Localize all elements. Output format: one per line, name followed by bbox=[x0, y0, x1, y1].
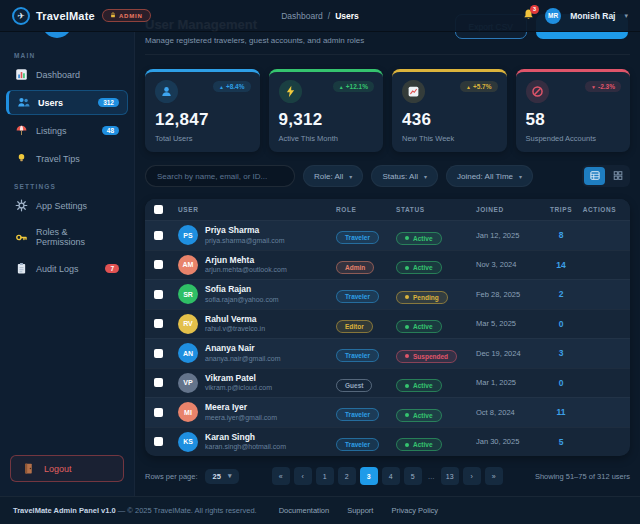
trash-icon[interactable] bbox=[618, 348, 629, 359]
page-ellipsis: … bbox=[426, 473, 437, 480]
edit-icon[interactable] bbox=[578, 230, 589, 241]
user-full-name: Priya Sharma bbox=[205, 225, 284, 235]
page-button-2[interactable]: 2 bbox=[338, 467, 356, 485]
breadcrumb-dashboard[interactable]: Dashboard bbox=[281, 11, 323, 21]
status-dot bbox=[405, 236, 409, 240]
sidebar-item-dashboard[interactable]: Dashboard bbox=[6, 62, 128, 87]
page-nav-button[interactable]: ‹ bbox=[294, 467, 312, 485]
footer-link-support[interactable]: Support bbox=[347, 506, 373, 515]
footer-link-documentation[interactable]: Documentation bbox=[279, 506, 329, 515]
row-checkbox[interactable] bbox=[154, 319, 163, 328]
ban-icon[interactable] bbox=[598, 230, 609, 241]
trend-arrow-icon: ▲ bbox=[339, 84, 344, 90]
breadcrumb-separator: / bbox=[328, 11, 330, 21]
trash-icon[interactable] bbox=[618, 377, 629, 388]
page-button-5[interactable]: 5 bbox=[404, 467, 422, 485]
column-header-role: ROLE bbox=[336, 206, 396, 213]
select-all-checkbox[interactable] bbox=[154, 205, 163, 214]
stat-value: 58 bbox=[526, 110, 621, 130]
trips-count[interactable]: 14 bbox=[544, 260, 578, 270]
ban-icon[interactable] bbox=[598, 348, 609, 359]
users-icon bbox=[17, 96, 30, 109]
status-filter-dropdown[interactable]: Status: All ▾ bbox=[371, 165, 438, 187]
page-button-4[interactable]: 4 bbox=[382, 467, 400, 485]
trips-count[interactable]: 3 bbox=[544, 348, 578, 358]
edit-icon[interactable] bbox=[578, 289, 589, 300]
chevron-down-icon: ▾ bbox=[424, 173, 427, 180]
page-nav-button[interactable]: › bbox=[463, 467, 481, 485]
row-actions bbox=[578, 318, 629, 329]
page-button-13[interactable]: 13 bbox=[441, 467, 459, 485]
rows-per-page-select[interactable]: 25 ▾ bbox=[205, 469, 240, 484]
rows-per-page-label: Rows per page: bbox=[145, 472, 198, 481]
sidebar-item-travel-tips[interactable]: Travel Tips bbox=[6, 146, 128, 171]
ban-icon[interactable] bbox=[598, 289, 609, 300]
trash-icon[interactable] bbox=[618, 318, 629, 329]
edit-icon[interactable] bbox=[578, 348, 589, 359]
trash-icon[interactable] bbox=[618, 289, 629, 300]
sidebar-item-listings[interactable]: Listings 48 bbox=[6, 118, 128, 143]
ban-icon[interactable] bbox=[598, 436, 609, 447]
table-row: KS Karan Singh karan.singh@hotmail.com T… bbox=[145, 427, 630, 457]
breadcrumb-users: Users bbox=[335, 11, 359, 21]
row-checkbox[interactable] bbox=[154, 378, 163, 387]
sidebar-item-app-settings[interactable]: App Settings bbox=[6, 193, 128, 218]
admin-badge-label: ADMIN bbox=[119, 13, 143, 19]
avatar: RV bbox=[178, 314, 198, 334]
trips-count[interactable]: 0 bbox=[544, 378, 578, 388]
grid-view-button[interactable] bbox=[607, 167, 628, 185]
row-checkbox[interactable] bbox=[154, 290, 163, 299]
ban-icon[interactable] bbox=[598, 259, 609, 270]
stat-delta-badge: ▼ -2.3% bbox=[585, 81, 621, 92]
logout-button[interactable]: Logout bbox=[10, 455, 124, 482]
footer-link-privacy-policy[interactable]: Privacy Policy bbox=[391, 506, 438, 515]
row-checkbox[interactable] bbox=[154, 408, 163, 417]
row-checkbox[interactable] bbox=[154, 349, 163, 358]
user-avatar[interactable]: MR bbox=[545, 8, 561, 24]
edit-icon[interactable] bbox=[578, 377, 589, 388]
edit-icon[interactable] bbox=[578, 318, 589, 329]
trips-count[interactable]: 0 bbox=[544, 319, 578, 329]
grid-view-icon bbox=[612, 167, 624, 185]
trash-icon[interactable] bbox=[618, 259, 629, 270]
ban-icon[interactable] bbox=[598, 318, 609, 329]
row-checkbox[interactable] bbox=[154, 231, 163, 240]
row-checkbox[interactable] bbox=[154, 437, 163, 446]
trash-icon[interactable] bbox=[618, 407, 629, 418]
sidebar-item-users[interactable]: Users 312 bbox=[6, 90, 128, 115]
trips-count[interactable]: 2 bbox=[544, 289, 578, 299]
page-buttons: «‹12345…13›» bbox=[272, 467, 503, 485]
trash-icon[interactable] bbox=[618, 436, 629, 447]
edit-icon[interactable] bbox=[578, 407, 589, 418]
edit-icon[interactable] bbox=[578, 436, 589, 447]
chevron-down-icon[interactable]: ▾ bbox=[624, 12, 628, 20]
joined-filter-dropdown[interactable]: Joined: All Time ▾ bbox=[446, 165, 533, 187]
page-nav-button[interactable]: « bbox=[272, 467, 290, 485]
sidebar-item-roles-permissions[interactable]: Roles & Permissions bbox=[6, 221, 128, 253]
notifications-button[interactable]: 3 bbox=[520, 8, 536, 24]
user-full-name: Meera Iyer bbox=[205, 402, 277, 412]
row-actions bbox=[578, 377, 629, 388]
trips-count[interactable]: 5 bbox=[544, 437, 578, 447]
stat-delta-badge: ▲ +12.1% bbox=[333, 81, 374, 92]
stat-card: ▲ +8.4% 12,847 Total Users bbox=[145, 69, 260, 152]
search-input[interactable] bbox=[145, 165, 295, 187]
user-full-name: Sofia Rajan bbox=[205, 284, 279, 294]
trips-count[interactable]: 11 bbox=[544, 407, 578, 417]
table-view-button[interactable] bbox=[584, 167, 605, 185]
edit-icon[interactable] bbox=[578, 259, 589, 270]
sidebar-item-audit-logs[interactable]: Audit Logs 7 bbox=[6, 256, 128, 281]
page-nav-button[interactable]: » bbox=[485, 467, 503, 485]
ban-icon[interactable] bbox=[598, 377, 609, 388]
stat-card: ▲ +5.7% 436 New This Week bbox=[392, 69, 507, 152]
joined-date: Jan 12, 2025 bbox=[476, 231, 544, 240]
status-badge: Pending bbox=[396, 291, 448, 304]
sidebar-item-badge: 312 bbox=[98, 98, 119, 107]
trips-count[interactable]: 8 bbox=[544, 230, 578, 240]
row-checkbox[interactable] bbox=[154, 260, 163, 269]
role-filter-dropdown[interactable]: Role: All ▾ bbox=[303, 165, 363, 187]
ban-icon[interactable] bbox=[598, 407, 609, 418]
page-button-1[interactable]: 1 bbox=[316, 467, 334, 485]
trash-icon[interactable] bbox=[618, 230, 629, 241]
page-button-3[interactable]: 3 bbox=[360, 467, 378, 485]
